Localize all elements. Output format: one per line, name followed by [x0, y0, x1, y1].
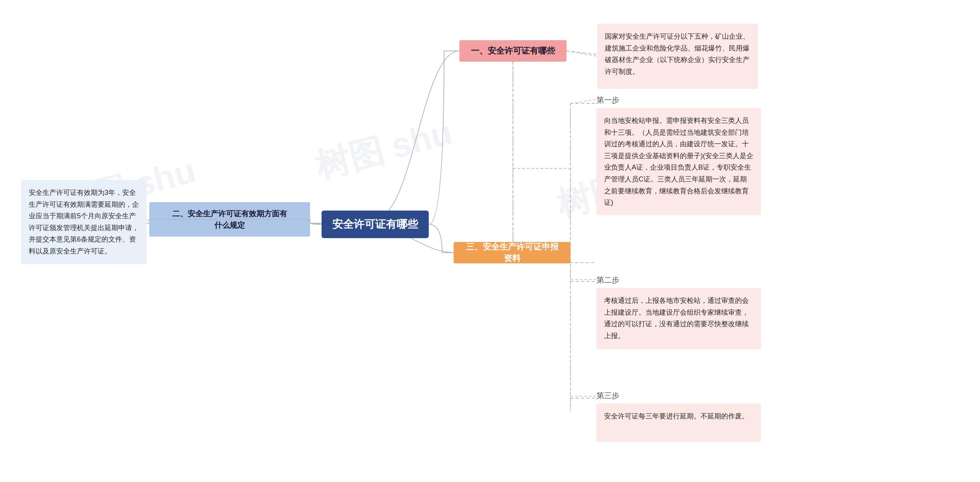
step2-label: 第二步: [596, 275, 619, 285]
step3-label: 第三步: [596, 391, 619, 401]
branch2-label: 二、安全生产许可证有效期方面有什么规定: [172, 208, 287, 231]
textbox-step3-content: 安全许可证每三年要进行延期。不延期的作废。: [596, 404, 761, 442]
svg-line-14: [570, 100, 596, 103]
textbox-step1-content: 向当地安检站申报。需申报资料有安全三类人员和十三项。（人员是需经过当地建筑安全部…: [596, 108, 761, 215]
central-node[interactable]: 安全许可证有哪些: [322, 211, 429, 238]
branch1-node[interactable]: 一、安全许可证有哪些: [459, 40, 567, 62]
textbox-step2-content: 考核通过后，上报各地市安检站，通过审查的会上报建设厅。当地建设厅会组织专家继续审…: [596, 288, 761, 349]
step1-label: 第一步: [596, 95, 619, 105]
textbox-branch2-content: 安全生产许可证有效期为3年，安全生产许可证有效期满需要延期的，企业应当于期满前5…: [21, 180, 147, 264]
branch3-node[interactable]: 三、安全生产许可证申报资料: [454, 242, 570, 263]
canvas: 树图 shu 树图 shu 树图 shu 安全许可证有哪些 一、安全许可证有哪些…: [0, 0, 980, 482]
textbox-branch1-content: 国家对安全生产许可证分以下五种，矿山企业、建筑施工企业和危险化学品、烟花爆竹、民…: [597, 24, 758, 89]
watermark-2: 树图 shu: [310, 109, 457, 190]
svg-line-11: [147, 219, 149, 222]
svg-line-0: [567, 51, 597, 54]
svg-line-10: [567, 51, 597, 56]
branch2-node[interactable]: 二、安全生产许可证有效期方面有什么规定: [149, 202, 310, 237]
